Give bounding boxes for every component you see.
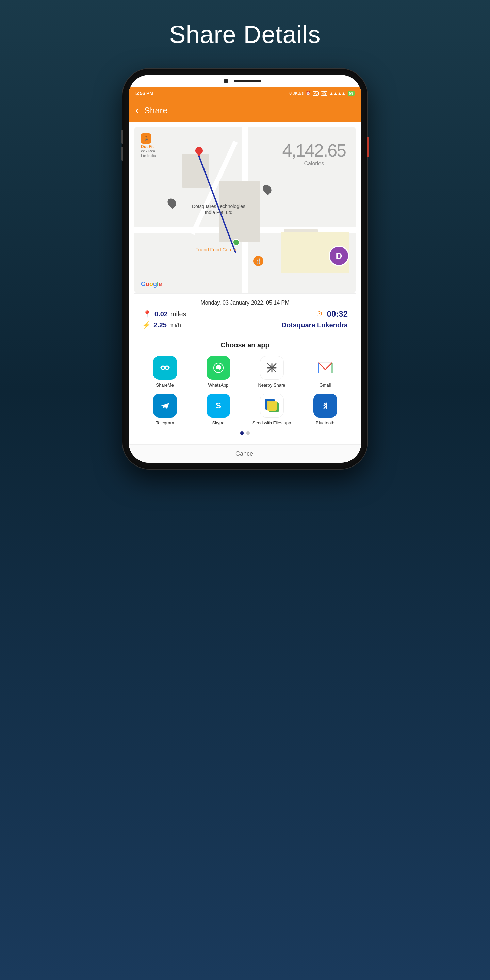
phone-frame: 5:56 PM 0.0KB/s ⏰ Vo 4G ▲▲▲▲ 59 ‹ Share (123, 69, 368, 469)
vol-down-button-decoration (121, 147, 123, 161)
activity-info-strip: Monday, 03 January 2022, 05:14 PM 📍 0.02… (134, 293, 356, 334)
status-time: 5:56 PM (135, 91, 153, 96)
google-e: e (159, 281, 162, 288)
nearby-label: Nearby Share (258, 382, 285, 388)
time-value: 00:32 (327, 309, 348, 319)
distance-unit: miles (170, 310, 186, 318)
whatsapp-label: WhatsApp (208, 382, 229, 388)
food-pin: 🍴 (253, 256, 263, 266)
speed-stat: ⚡ 2.25 mi/h (142, 321, 181, 329)
power-button-decoration (367, 137, 369, 157)
map-container: 4,142.65 Calories 🏃 Dot Fit ce - Real l … (134, 127, 356, 293)
telegram-label: Telegram (156, 420, 174, 426)
distance-stat: 📍 0.02 miles (142, 309, 186, 319)
location-line-2: India Pvt. Ltd (192, 209, 245, 215)
skype-label: Skype (212, 420, 224, 426)
map-dot-end (233, 239, 240, 246)
dot-2 (247, 431, 250, 435)
status-right: 0.0KB/s ⏰ Vo 4G ▲▲▲▲ 59 (289, 91, 355, 95)
header-title: Share (144, 105, 167, 116)
dot-fit-desc-1: ce - Real (141, 149, 156, 153)
svg-text:S: S (215, 401, 221, 410)
bluetooth-svg (318, 399, 332, 412)
map-block-2 (182, 154, 209, 188)
speed-icon: ⚡ (142, 321, 151, 329)
speed-row: ⚡ 2.25 mi/h Dotsquare Lokendra (142, 321, 348, 329)
calories-value: 4,142.65 (282, 140, 346, 161)
dot-fit-logo: 🏃 Dot Fit ce - Real l in India (141, 134, 156, 158)
vo-icon: Vo (313, 91, 319, 95)
gmail-label: Gmail (320, 382, 331, 388)
distance-value: 0.02 (154, 310, 168, 318)
files-icon (260, 394, 284, 417)
whatsapp-icon (207, 356, 231, 380)
phone-mockup: 5:56 PM 0.0KB/s ⏰ Vo 4G ▲▲▲▲ 59 ‹ Share (123, 69, 368, 538)
shareme-label: ShareMe (156, 382, 174, 388)
calories-label: Calories (282, 161, 346, 167)
bluetooth-label: Bluetooth (316, 420, 334, 426)
app-whatsapp[interactable]: WhatsApp (193, 356, 243, 388)
notch-area (129, 75, 361, 87)
dot-fit-desc-2: l in India (141, 153, 156, 158)
app-skype[interactable]: S Skype (193, 394, 243, 426)
cancel-area[interactable]: Cancel (129, 444, 361, 463)
cancel-button[interactable]: Cancel (235, 450, 255, 457)
distance-icon: 📍 (142, 309, 152, 319)
svg-rect-14 (267, 401, 277, 411)
telegram-svg (158, 399, 172, 412)
signal-icon: ▲▲▲▲ (329, 91, 346, 95)
shareme-svg (158, 361, 172, 375)
app-gmail[interactable]: Gmail (300, 356, 350, 388)
whatsapp-svg (212, 361, 225, 375)
app-shareme[interactable]: ShareMe (140, 356, 190, 388)
phone-screen: 5:56 PM 0.0KB/s ⏰ Vo 4G ▲▲▲▲ 59 ‹ Share (129, 75, 361, 463)
files-label: Send with Files app (253, 420, 291, 426)
alarm-icon: ⏰ (305, 91, 311, 95)
app-bluetooth[interactable]: Bluetooth (300, 394, 350, 426)
google-g: G (141, 281, 146, 288)
battery-icon: 59 (348, 91, 355, 95)
skype-icon: S (207, 394, 231, 417)
status-bar: 5:56 PM 0.0KB/s ⏰ Vo 4G ▲▲▲▲ 59 (129, 87, 361, 99)
back-button[interactable]: ‹ (135, 105, 138, 116)
user-avatar: D (329, 246, 349, 266)
vol-up-button-decoration (121, 130, 123, 143)
nearby-icon (260, 356, 284, 380)
activity-date: Monday, 03 January 2022, 05:14 PM (142, 300, 348, 306)
share-sheet: Choose an app ShareMe (134, 334, 356, 444)
google-o1: o (146, 281, 150, 288)
choose-app-title: Choose an app (140, 341, 350, 349)
app-grid: ShareMe WhatsApp (140, 356, 350, 426)
dot-fit-text: Dot Fit (141, 144, 156, 149)
food-label: Friend Food Corner (195, 247, 237, 253)
user-name: Dotsquare Lokendra (282, 321, 348, 329)
google-logo: Google (141, 281, 162, 288)
app-nearby[interactable]: Nearby Share (247, 356, 297, 388)
speaker (234, 80, 261, 82)
camera (224, 79, 228, 83)
bluetooth-icon (313, 394, 337, 417)
gmail-icon (313, 356, 337, 380)
app-files[interactable]: Send with Files app (247, 394, 297, 426)
files-svg (264, 398, 279, 413)
speed-unit: mi/h (169, 321, 181, 329)
dot-fit-icon: 🏃 (141, 134, 151, 143)
nearby-svg (265, 361, 279, 375)
stats-row-1: 📍 0.02 miles ⏱ 00:32 (142, 309, 348, 319)
app-telegram[interactable]: Telegram (140, 394, 190, 426)
timer-icon: ⏱ (315, 309, 324, 319)
shareme-icon (153, 356, 177, 380)
network-speed: 0.0KB/s (289, 91, 304, 95)
page-title: Share Details (169, 21, 321, 48)
gmail-svg (318, 362, 333, 374)
google-o2: o (150, 281, 153, 288)
time-stat: ⏱ 00:32 (315, 309, 348, 319)
location-line-1: Dotsquares Technologies (192, 203, 245, 209)
location-label: Dotsquares Technologies India Pvt. Ltd (192, 203, 245, 215)
dot-1 (240, 431, 243, 435)
google-g2: g (153, 281, 157, 288)
telegram-icon (153, 394, 177, 417)
app-header: ‹ Share (129, 99, 361, 123)
pagination-dots (140, 431, 350, 435)
skype-svg: S (212, 399, 225, 412)
